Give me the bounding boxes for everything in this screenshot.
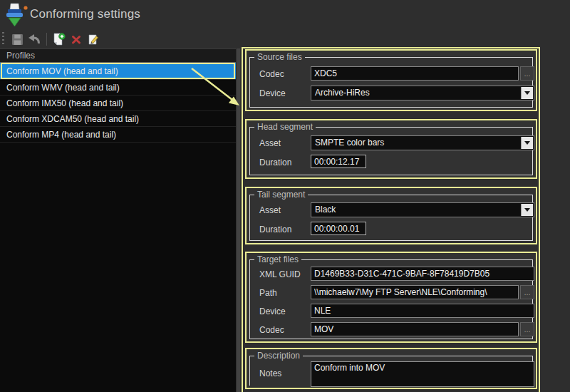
title-bar: Conforming settings	[0, 0, 570, 30]
target-device-input[interactable]	[311, 304, 534, 318]
edit-profile-button[interactable]	[86, 31, 101, 47]
page-title: Conforming settings	[30, 7, 140, 21]
profile-item-label: Conform IMX50 (head and tail)	[6, 98, 123, 108]
profile-item-label: Conform WMV (head and tail)	[6, 83, 120, 93]
tail-asset-label: Asset	[259, 205, 281, 215]
tail-asset-dropdown[interactable]: Black	[311, 202, 534, 217]
tail-duration-label: Duration	[259, 225, 291, 234]
head-duration-input[interactable]	[311, 155, 366, 168]
target-codec-browse-button[interactable]: ...	[520, 322, 534, 336]
delete-x-icon	[71, 34, 82, 45]
profile-item-conform-wmv[interactable]: Conform WMV (head and tail)	[0, 80, 236, 96]
group-title: Tail segment	[254, 190, 308, 200]
source-device-label: Device	[259, 88, 286, 98]
group-title: Source files	[254, 52, 305, 62]
section-head-segment: Head segment Asset SMPTE color bars Dura…	[245, 119, 537, 179]
profiles-header: Profiles	[0, 49, 236, 63]
profile-item-label: Conform MP4 (head and tail)	[6, 130, 116, 140]
target-device-label: Device	[259, 306, 286, 316]
source-device-value: Archive-HiRes	[315, 88, 370, 98]
target-xml-guid-input[interactable]	[311, 267, 534, 281]
target-path-browse-button[interactable]: ...	[520, 285, 534, 299]
group-title: Description	[254, 351, 303, 361]
section-target-files: Target files XML GUID Path ... Device Co…	[245, 252, 537, 343]
profile-item-label: Conform MOV (head and tail)	[6, 66, 118, 76]
toolbar-separator	[46, 33, 47, 46]
profile-item-conform-mp4[interactable]: Conform MP4 (head and tail)	[0, 127, 236, 143]
source-codec-input[interactable]	[311, 66, 519, 81]
head-asset-dropdown[interactable]: SMPTE color bars	[311, 135, 534, 150]
tail-duration-input[interactable]	[311, 222, 366, 235]
undo-button[interactable]	[26, 31, 42, 47]
dropdown-button[interactable]	[521, 87, 533, 99]
app-conform-icon	[5, 3, 29, 29]
new-profile-button[interactable]	[51, 31, 67, 47]
new-document-icon	[53, 33, 66, 46]
chevron-down-icon	[524, 141, 530, 145]
profile-detail-panel: Source files Codec ... Device Archive-Hi…	[242, 47, 540, 392]
description-groupbox: Description Notes Conform into MOV	[249, 356, 533, 386]
head-asset-value: SMPTE color bars	[315, 138, 384, 148]
target-files-groupbox: Target files XML GUID Path ... Device Co…	[249, 259, 533, 339]
target-path-label: Path	[259, 288, 277, 298]
dropdown-button[interactable]	[521, 204, 533, 216]
source-codec-label: Codec	[259, 69, 284, 79]
panel-splitter[interactable]	[237, 48, 240, 392]
head-duration-label: Duration	[259, 158, 291, 167]
toolbar-grip[interactable]	[2, 32, 4, 46]
tail-asset-value: Black	[315, 205, 336, 215]
profile-item-label: Conform XDCAM50 (head and tail)	[6, 114, 139, 124]
notes-textarea[interactable]: Conform into MOV	[311, 361, 534, 387]
source-files-groupbox: Source files Codec ... Device Archive-Hi…	[249, 57, 533, 108]
tail-segment-groupbox: Tail segment Asset Black Duration	[249, 195, 533, 241]
head-segment-groupbox: Head segment Asset SMPTE color bars Dura…	[249, 127, 533, 175]
profile-item-conform-imx50[interactable]: Conform IMX50 (head and tail)	[0, 96, 236, 111]
head-asset-label: Asset	[259, 138, 281, 148]
edit-pencil-icon	[87, 33, 100, 46]
notes-label: Notes	[259, 368, 281, 378]
chevron-down-icon	[524, 91, 530, 95]
profile-item-conform-xdcam50[interactable]: Conform XDCAM50 (head and tail)	[0, 111, 236, 127]
source-device-dropdown[interactable]: Archive-HiRes	[311, 86, 534, 100]
section-tail-segment: Tail segment Asset Black Duration	[245, 187, 537, 244]
toolbar	[0, 30, 570, 48]
target-codec-input[interactable]	[311, 322, 519, 336]
save-icon	[11, 33, 24, 46]
source-codec-browse-button[interactable]: ...	[520, 66, 534, 81]
dropdown-button[interactable]	[521, 137, 533, 149]
section-description: Description Notes Conform into MOV	[245, 348, 537, 389]
chevron-down-icon	[524, 208, 530, 212]
undo-icon	[28, 33, 41, 45]
group-title: Head segment	[254, 122, 316, 132]
group-title: Target files	[254, 254, 301, 264]
save-button[interactable]	[9, 31, 25, 47]
delete-profile-button[interactable]	[68, 31, 84, 47]
section-source-files: Source files Codec ... Device Archive-Hi…	[245, 49, 537, 111]
profile-item-conform-mov[interactable]: Conform MOV (head and tail)	[0, 63, 236, 80]
target-path-input[interactable]	[311, 285, 519, 299]
target-xml-guid-label: XML GUID	[259, 269, 301, 279]
profiles-panel: Profiles Conform MOV (head and tail) Con…	[0, 48, 236, 392]
target-codec-label: Codec	[259, 325, 284, 335]
conforming-settings-window: Conforming settings	[0, 0, 570, 392]
